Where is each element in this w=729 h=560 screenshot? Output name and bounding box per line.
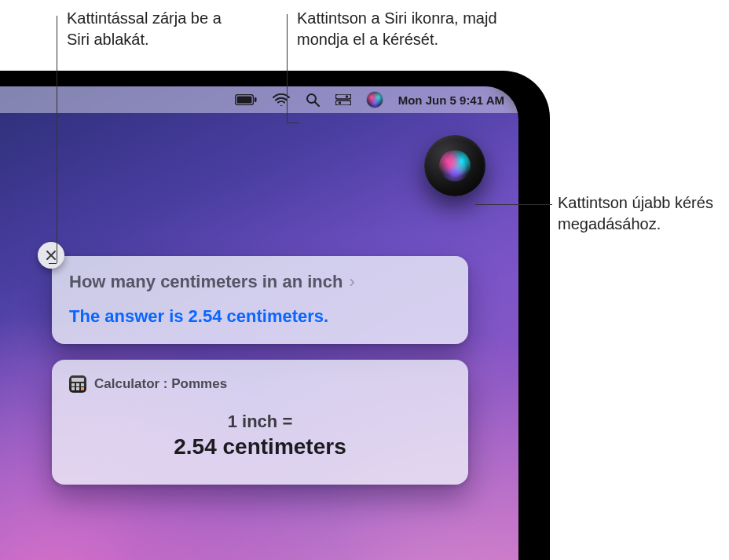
svg-rect-1 (236, 97, 251, 104)
svg-point-8 (339, 101, 341, 104)
callout-leader (475, 204, 552, 205)
callout-leader (49, 263, 57, 264)
callout-leader (57, 16, 57, 263)
calculator-result-output: 2.54 centimeters (69, 434, 451, 459)
battery-icon[interactable] (235, 94, 257, 105)
menubar: Mon Jun 5 9:41 AM (0, 86, 518, 113)
close-icon (46, 250, 57, 261)
close-siri-button[interactable] (38, 242, 64, 269)
siri-answer-text: The answer is 2.54 centimeters. (69, 306, 451, 327)
calculator-card-header: Calculator : Pommes (69, 375, 451, 393)
calculator-card-body: 1 inch = 2.54 centimeters (69, 393, 451, 467)
svg-line-4 (315, 102, 319, 106)
svg-rect-2 (255, 97, 257, 102)
device-corner: Mon Jun 5 9:41 AM How many centimeters i… (0, 71, 550, 560)
callout-click-siri-icon: Kattintson a Siri ikonra, majd mondja el… (297, 8, 501, 50)
siri-icon (439, 150, 471, 181)
siri-menubar-icon[interactable] (367, 92, 383, 108)
svg-rect-5 (335, 94, 351, 99)
siri-orb-button[interactable] (424, 135, 485, 196)
calculator-card-title: Calculator : Pommes (94, 376, 227, 392)
desktop-screen: Mon Jun 5 9:41 AM How many centimeters i… (0, 86, 518, 560)
calculator-icon (69, 375, 86, 393)
spotlight-search-icon[interactable] (306, 93, 320, 107)
callout-leader (287, 14, 288, 123)
menubar-datetime[interactable]: Mon Jun 5 9:41 AM (398, 93, 504, 107)
calculator-result-input: 1 inch = (69, 412, 451, 432)
siri-results: How many centimeters in an inch › The an… (52, 256, 468, 485)
siri-question-row[interactable]: How many centimeters in an inch › (69, 272, 451, 292)
chevron-right-icon: › (349, 272, 354, 292)
siri-answer-card: How many centimeters in an inch › The an… (52, 256, 468, 344)
callout-close-siri: Kattintással zárja be a Siri ablakát. (67, 8, 247, 50)
calculator-card[interactable]: Calculator : Pommes 1 inch = 2.54 centim… (52, 360, 468, 485)
callout-leader (287, 123, 299, 123)
svg-rect-7 (335, 101, 351, 105)
control-center-icon[interactable] (335, 94, 351, 105)
callout-another-request: Kattintson újabb kérés megadásához. (558, 192, 715, 235)
svg-point-6 (346, 95, 348, 97)
siri-question-text: How many centimeters in an inch (69, 272, 343, 292)
